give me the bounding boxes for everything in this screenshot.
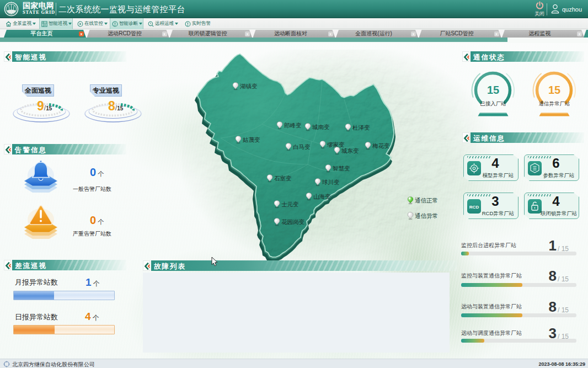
svg-text:梅花变: 梅花变 bbox=[372, 142, 390, 149]
svg-text:白马变: 白马变 bbox=[293, 143, 311, 150]
svg-text:球川变: 球川变 bbox=[322, 179, 340, 185]
svg-text:石室变: 石室变 bbox=[274, 175, 292, 182]
svg-text:郎峰变: 郎峰变 bbox=[284, 122, 302, 129]
svg-text:通信异常: 通信异常 bbox=[415, 212, 438, 219]
svg-text:城东变: 城东变 bbox=[341, 147, 359, 154]
svg-text:智慧变: 智慧变 bbox=[333, 165, 350, 172]
svg-text:山海变: 山海变 bbox=[313, 193, 331, 200]
svg-text:城南变: 城南变 bbox=[312, 124, 330, 130]
svg-text:姑蔑变: 姑蔑变 bbox=[243, 136, 260, 143]
svg-text:士元变: 士元变 bbox=[281, 201, 299, 207]
svg-text:湖镇变: 湖镇变 bbox=[240, 83, 258, 89]
svg-text:RCD: RCD bbox=[469, 205, 479, 210]
svg-text:通信正常: 通信正常 bbox=[415, 197, 438, 204]
svg-text:杜泽变: 杜泽变 bbox=[352, 124, 370, 131]
svg-text:花园岗变: 花园岗变 bbox=[281, 218, 305, 225]
